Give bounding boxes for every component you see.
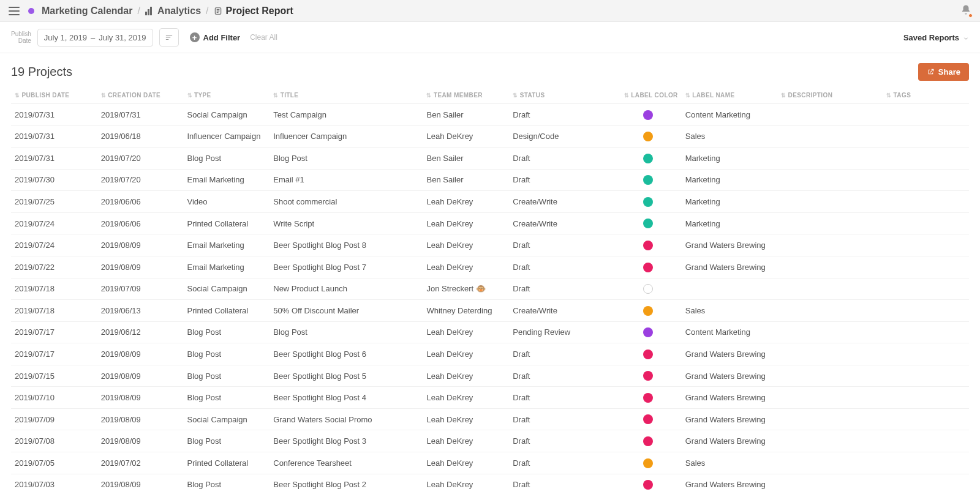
cell-status: Create/Write (509, 212, 614, 234)
column-header[interactable]: ⇅TAGS (883, 87, 969, 104)
add-filter-button[interactable]: + Add Filter (190, 32, 241, 42)
date-end: July 31, 2019 (99, 33, 146, 42)
cell-team-member: Ben Sailer (423, 148, 509, 170)
cell-team-member: Whitney Deterding (423, 300, 509, 322)
label-color-dot-icon (643, 284, 653, 294)
cell-status: Draft (509, 169, 614, 191)
filterbar: Publish Date July 1, 2019 – July 31, 201… (0, 22, 980, 53)
breadcrumb-item-report[interactable]: Project Report (214, 6, 293, 17)
cell-description (777, 212, 883, 234)
cell-tags (883, 256, 969, 278)
cell-label-name: Sales (682, 125, 777, 148)
column-header[interactable]: ⇅TITLE (270, 87, 423, 104)
cell-publish-date: 2019/07/31 (11, 125, 97, 148)
cell-label-name: Sales (682, 452, 777, 474)
table-row[interactable]: 2019/07/312019/07/31Social CampaignTest … (11, 104, 969, 126)
cell-label-color (614, 234, 681, 256)
projects-table: ⇅PUBLISH DATE⇅CREATION DATE⇅TYPE⇅TITLE⇅T… (11, 87, 969, 495)
table-row[interactable]: 2019/07/222019/08/09Email MarketingBeer … (11, 256, 969, 278)
menu-icon[interactable] (9, 7, 20, 15)
cell-description (777, 104, 883, 126)
cell-description (777, 148, 883, 170)
cell-tags (883, 321, 969, 343)
table-row[interactable]: 2019/07/092019/08/09Social CampaignGrand… (11, 408, 969, 430)
cell-label-color (614, 169, 681, 191)
column-header[interactable]: ⇅PUBLISH DATE (11, 87, 97, 104)
column-header[interactable]: ⇅TYPE (184, 87, 270, 104)
cell-label-color (614, 387, 681, 409)
column-header[interactable]: ⇅CREATION DATE (97, 87, 184, 104)
saved-reports-dropdown[interactable]: Saved Reports (903, 33, 969, 42)
cell-type: Social Campaign (184, 278, 270, 300)
cell-status: Draft (509, 452, 614, 474)
table-row[interactable]: 2019/07/032019/08/09Blog PostBeer Spotli… (11, 474, 969, 495)
table-row[interactable]: 2019/07/172019/06/12Blog PostBlog PostLe… (11, 321, 969, 343)
breadcrumb-item-calendar[interactable]: Marketing Calendar (28, 6, 132, 17)
table-row[interactable]: 2019/07/152019/08/09Blog PostBeer Spotli… (11, 365, 969, 387)
table-row[interactable]: 2019/07/242019/08/09Email MarketingBeer … (11, 234, 969, 256)
cell-creation-date: 2019/07/09 (97, 278, 184, 300)
table-row[interactable]: 2019/07/312019/07/20Blog PostBlog PostBe… (11, 148, 969, 170)
cell-status: Create/Write (509, 191, 614, 213)
cell-publish-date: 2019/07/09 (11, 408, 97, 430)
table-row[interactable]: 2019/07/102019/08/09Blog PostBeer Spotli… (11, 387, 969, 409)
table-row[interactable]: 2019/07/182019/07/09Social CampaignNew P… (11, 278, 969, 300)
cell-status: Draft (509, 474, 614, 495)
content-header: 19 Projects Share (0, 53, 980, 87)
cell-type: Blog Post (184, 343, 270, 365)
table-row[interactable]: 2019/07/082019/08/09Blog PostBeer Spotli… (11, 430, 969, 452)
cell-tags (883, 430, 969, 452)
cell-creation-date: 2019/07/02 (97, 452, 184, 474)
column-header[interactable]: ⇅LABEL COLOR (614, 87, 681, 104)
sort-button[interactable] (159, 28, 179, 47)
cell-team-member: Leah DeKrey (423, 365, 509, 387)
column-header[interactable]: ⇅STATUS (509, 87, 614, 104)
cell-tags (883, 408, 969, 430)
cell-team-member: Leah DeKrey (423, 452, 509, 474)
label-color-dot-icon (643, 371, 653, 381)
date-range-picker[interactable]: July 1, 2019 – July 31, 2019 (37, 29, 153, 47)
cell-label-name: Marketing (682, 169, 777, 191)
clear-all-button[interactable]: Clear All (250, 33, 277, 42)
cell-creation-date: 2019/08/09 (97, 234, 184, 256)
table-row[interactable]: 2019/07/242019/06/06Printed CollateralWr… (11, 212, 969, 234)
cell-title: 50% Off Discount Mailer (270, 300, 423, 322)
label-color-dot-icon (643, 197, 653, 207)
cell-tags (883, 300, 969, 322)
label-color-dot-icon (643, 393, 653, 403)
table-row[interactable]: 2019/07/312019/06/18Influencer CampaignI… (11, 125, 969, 148)
cell-team-member: Leah DeKrey (423, 408, 509, 430)
cell-title: Beer Spotlight Blog Post 8 (270, 234, 423, 256)
cell-type: Printed Collateral (184, 452, 270, 474)
table-row[interactable]: 2019/07/302019/07/20Email MarketingEmail… (11, 169, 969, 191)
table-row[interactable]: 2019/07/252019/06/06VideoShoot commercia… (11, 191, 969, 213)
cell-tags (883, 104, 969, 126)
column-header[interactable]: ⇅DESCRIPTION (777, 87, 883, 104)
share-button[interactable]: Share (918, 63, 969, 81)
cell-title: Beer Spotlight Blog Post 5 (270, 365, 423, 387)
cell-publish-date: 2019/07/05 (11, 452, 97, 474)
column-header[interactable]: ⇅LABEL NAME (682, 87, 777, 104)
table-row[interactable]: 2019/07/172019/08/09Blog PostBeer Spotli… (11, 343, 969, 365)
column-header[interactable]: ⇅TEAM MEMBER (423, 87, 509, 104)
cell-creation-date: 2019/06/06 (97, 212, 184, 234)
cell-label-color (614, 256, 681, 278)
table-row[interactable]: 2019/07/052019/07/02Printed CollateralCo… (11, 452, 969, 474)
table-row[interactable]: 2019/07/182019/06/13Printed Collateral50… (11, 300, 969, 322)
label-color-dot-icon (643, 458, 653, 468)
cell-tags (883, 365, 969, 387)
cell-description (777, 300, 883, 322)
cell-description (777, 321, 883, 343)
cell-team-member: Leah DeKrey (423, 430, 509, 452)
calendar-dot-icon (28, 8, 34, 14)
cell-publish-date: 2019/07/18 (11, 300, 97, 322)
cell-tags (883, 148, 969, 170)
cell-label-name: Grand Waters Brewing (682, 234, 777, 256)
breadcrumb-item-analytics[interactable]: Analytics (145, 6, 201, 17)
cell-tags (883, 474, 969, 495)
label-color-dot-icon (643, 132, 653, 141)
cell-type: Social Campaign (184, 408, 270, 430)
cell-type: Blog Post (184, 321, 270, 343)
notifications-icon[interactable] (960, 4, 971, 17)
cell-label-color (614, 191, 681, 213)
